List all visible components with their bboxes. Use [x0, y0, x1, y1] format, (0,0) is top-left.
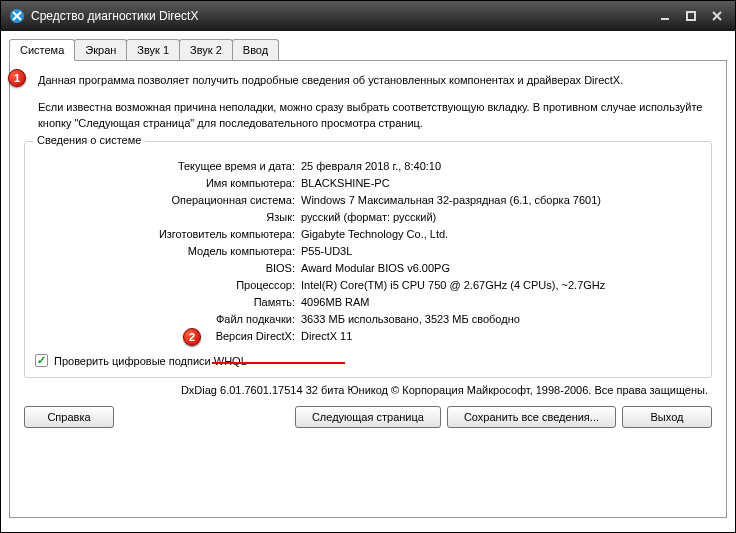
window-body: Система Экран Звук 1 Звук 2 Ввод 1 Данна…: [1, 31, 735, 532]
titlebar: Средство диагностики DirectX: [1, 1, 735, 31]
value-processor: Intel(R) Core(TM) i5 CPU 750 @ 2.67GHz (…: [301, 279, 701, 291]
button-row: Справка Следующая страница Сохранить все…: [24, 406, 712, 428]
system-info-grid: Текущее время и дата: 25 февраля 2018 г.…: [35, 160, 701, 342]
value-pagefile: 3633 МБ использовано, 3523 МБ свободно: [301, 313, 701, 325]
label-pagefile: Файл подкачки:: [35, 313, 295, 325]
value-memory: 4096MB RAM: [301, 296, 701, 308]
window-title: Средство диагностики DirectX: [31, 9, 655, 23]
system-info-groupbox: Сведения о системе Текущее время и дата:…: [24, 141, 712, 378]
tab-input[interactable]: Ввод: [232, 39, 279, 60]
groupbox-title: Сведения о системе: [33, 134, 145, 146]
label-directx-version: Версия DirectX: 2: [35, 330, 295, 342]
label-processor: Процессор:: [35, 279, 295, 291]
value-model: P55-UD3L: [301, 245, 701, 257]
label-computer-name: Имя компьютера:: [35, 177, 295, 189]
value-manufacturer: Gigabyte Technology Co., Ltd.: [301, 228, 701, 240]
value-bios: Award Modular BIOS v6.00PG: [301, 262, 701, 274]
close-button[interactable]: [707, 8, 727, 24]
annotation-marker-1: 1: [8, 69, 26, 87]
description-line-2: Если известна возможная причина неполадк…: [24, 100, 712, 131]
dx-icon: [9, 8, 25, 24]
value-language: русский (формат: русский): [301, 211, 701, 223]
whql-checkbox-label: Проверить цифровые подписи WHQL: [54, 355, 247, 367]
label-directx-version-text: Версия DirectX:: [216, 330, 295, 342]
value-directx-version: DirectX 11: [301, 330, 701, 342]
save-all-button[interactable]: Сохранить все сведения...: [447, 406, 616, 428]
label-model: Модель компьютера:: [35, 245, 295, 257]
dxdiag-window: Средство диагностики DirectX Система Экр…: [0, 0, 736, 533]
next-page-button[interactable]: Следующая страница: [295, 406, 441, 428]
label-datetime: Текущее время и дата:: [35, 160, 295, 172]
tab-sound2[interactable]: Звук 2: [179, 39, 233, 60]
tab-strip: Система Экран Звук 1 Звук 2 Ввод: [9, 39, 727, 60]
value-os: Windows 7 Максимальная 32-разрядная (6.1…: [301, 194, 701, 206]
label-os: Операционная система:: [35, 194, 295, 206]
label-manufacturer: Изготовитель компьютера:: [35, 228, 295, 240]
tab-system[interactable]: Система: [9, 39, 75, 61]
window-controls: [655, 8, 727, 24]
annotation-marker-2: 2: [183, 328, 201, 346]
label-language: Язык:: [35, 211, 295, 223]
label-bios: BIOS:: [35, 262, 295, 274]
whql-checkbox-row[interactable]: ✓ Проверить цифровые подписи WHQL: [35, 354, 701, 367]
label-memory: Память:: [35, 296, 295, 308]
whql-checkbox[interactable]: ✓: [35, 354, 48, 367]
maximize-button[interactable]: [681, 8, 701, 24]
tab-sound1[interactable]: Звук 1: [126, 39, 180, 60]
svg-rect-2: [687, 12, 695, 20]
tab-display[interactable]: Экран: [74, 39, 127, 60]
description-line-1: Данная программа позволяет получить подр…: [24, 73, 712, 88]
footer-copyright: DxDiag 6.01.7601.17514 32 бита Юникод © …: [24, 384, 712, 396]
minimize-button[interactable]: [655, 8, 675, 24]
help-button[interactable]: Справка: [24, 406, 114, 428]
annotation-underline-2: [212, 362, 345, 364]
value-computer-name: BLACKSHINE-PC: [301, 177, 701, 189]
exit-button[interactable]: Выход: [622, 406, 712, 428]
tab-panel-system: 1 Данная программа позволяет получить по…: [9, 60, 727, 518]
value-datetime: 25 февраля 2018 г., 8:40:10: [301, 160, 701, 172]
